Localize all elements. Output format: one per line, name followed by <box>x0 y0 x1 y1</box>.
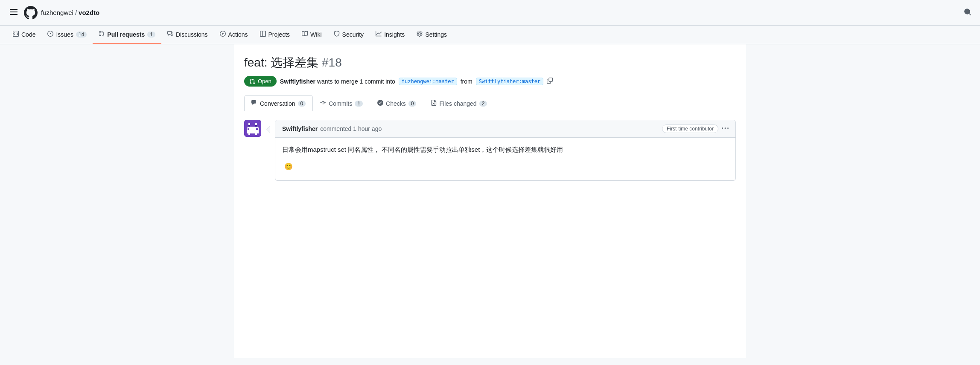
topbar: fuzhengwei / vo2dto <box>0 0 980 26</box>
security-icon <box>334 31 340 38</box>
topbar-right <box>962 6 973 19</box>
pr-tab-commits-count: 1 <box>355 101 363 107</box>
pr-head-branch[interactable]: Swiftlyfisher:master <box>476 78 544 85</box>
nav-tab-wiki[interactable]: Wiki <box>296 26 327 44</box>
emoji-reaction-button[interactable]: 😊 <box>282 160 295 174</box>
projects-icon <box>260 31 266 38</box>
nav-tab-pr-label: Pull requests <box>107 31 145 38</box>
hamburger-menu-icon[interactable] <box>7 5 20 20</box>
comment-arrow <box>266 126 270 133</box>
pr-tab-checks-count: 0 <box>408 101 417 107</box>
nav-tab-settings-label: Settings <box>425 31 447 38</box>
checks-icon <box>377 100 383 107</box>
comment-time: commented 1 hour ago <box>320 125 382 132</box>
pr-tab-files-label: Files changed <box>439 100 476 107</box>
nav-tab-issues-label: Issues <box>56 31 73 38</box>
pr-tab-conversation[interactable]: Conversation 0 <box>244 95 313 111</box>
commenter-name[interactable]: Swiftlyfisher <box>282 125 318 132</box>
files-changed-icon <box>431 100 437 107</box>
nav-tab-actions-label: Actions <box>228 31 248 38</box>
nav-tab-projects-label: Projects <box>268 31 290 38</box>
code-icon <box>13 31 19 38</box>
pr-status-badge: Open <box>244 76 277 87</box>
svg-rect-7 <box>248 128 249 130</box>
pr-tab-checks-label: Checks <box>386 100 406 107</box>
comment-box: Swiftlyfisher commented 1 hour ago First… <box>275 120 736 181</box>
settings-icon <box>417 31 423 38</box>
wiki-icon <box>302 31 308 38</box>
path-separator: / <box>75 9 77 16</box>
nav-tab-actions[interactable]: Actions <box>214 26 254 44</box>
topbar-left: fuzhengwei / vo2dto <box>7 5 99 20</box>
issues-badge: 14 <box>76 32 87 38</box>
pr-title: feat: 选择差集 #18 <box>244 55 736 71</box>
comment-area: Swiftlyfisher commented 1 hour ago First… <box>244 111 736 189</box>
repo-path: fuzhengwei / vo2dto <box>41 9 99 16</box>
pr-tab-files-count: 2 <box>479 101 487 107</box>
pr-status-label: Open <box>258 78 271 84</box>
pr-tab-conversation-label: Conversation <box>260 100 295 107</box>
pr-badge: 1 <box>147 32 155 38</box>
nav-tabs: Code Issues 14 Pull requests 1 Discussio… <box>0 26 980 44</box>
pr-title-text: feat: 选择差集 <box>244 56 318 69</box>
svg-rect-2 <box>255 123 257 125</box>
comment-header-left: Swiftlyfisher commented 1 hour ago <box>282 125 382 132</box>
conversation-icon <box>251 100 257 107</box>
pr-author[interactable]: Swiftlyfisher <box>280 78 315 85</box>
comment-body: 日常会用mapstruct set 同名属性， 不同名的属性需要手动拉出单独se… <box>275 138 735 180</box>
commits-icon <box>320 100 326 107</box>
nav-tab-code[interactable]: Code <box>7 26 41 44</box>
svg-rect-1 <box>248 123 250 125</box>
nav-tab-projects[interactable]: Projects <box>254 26 296 44</box>
repo-name[interactable]: vo2dto <box>79 9 99 16</box>
copy-branch-icon[interactable] <box>547 78 553 85</box>
pr-number: #18 <box>322 56 342 69</box>
nav-tab-insights[interactable]: Insights <box>370 26 411 44</box>
pr-merge-text: wants to merge 1 commit into <box>317 78 395 85</box>
pr-base-branch[interactable]: fuzhengwei:master <box>399 78 457 85</box>
svg-rect-11 <box>255 133 257 135</box>
discussions-icon <box>167 31 173 38</box>
comment-header-right: First-time contributor <box>662 125 729 133</box>
search-icon[interactable] <box>962 6 973 19</box>
first-time-contributor-badge: First-time contributor <box>662 125 718 133</box>
nav-tab-settings[interactable]: Settings <box>411 26 453 44</box>
issues-icon <box>47 31 53 38</box>
svg-rect-5 <box>248 127 258 127</box>
nav-tab-discussions-label: Discussions <box>176 31 208 38</box>
pr-meta: Open Swiftlyfisher wants to merge 1 comm… <box>244 76 736 87</box>
pr-tab-checks[interactable]: Checks 0 <box>370 95 423 111</box>
nav-tab-security-label: Security <box>342 31 364 38</box>
commenter-avatar <box>244 120 261 137</box>
pr-tab-commits-label: Commits <box>329 100 352 107</box>
svg-rect-9 <box>247 132 259 133</box>
main-content: feat: 选择差集 #18 Open Swiftlyfisher wants … <box>234 44 746 358</box>
insights-icon <box>376 31 382 38</box>
pr-tab-commits[interactable]: Commits 1 <box>313 95 370 111</box>
pr-tab-files-changed[interactable]: Files changed 2 <box>423 95 494 111</box>
svg-rect-3 <box>248 125 250 127</box>
pr-tabs: Conversation 0 Commits 1 Checks 0 Files … <box>244 95 736 111</box>
comment-header: Swiftlyfisher commented 1 hour ago First… <box>275 120 735 138</box>
svg-rect-10 <box>248 133 250 135</box>
actions-icon <box>220 31 226 38</box>
repo-owner[interactable]: fuzhengwei <box>41 9 73 16</box>
more-options-icon[interactable] <box>722 125 729 133</box>
github-logo[interactable] <box>24 6 38 20</box>
pr-meta-text: Swiftlyfisher wants to merge 1 commit in… <box>280 78 395 85</box>
nav-tab-security[interactable]: Security <box>328 26 370 44</box>
nav-tab-discussions[interactable]: Discussions <box>161 26 214 44</box>
comment-text: 日常会用mapstruct set 同名属性， 不同名的属性需要手动拉出单独se… <box>282 145 729 155</box>
svg-rect-4 <box>255 125 257 127</box>
svg-rect-8 <box>256 128 258 130</box>
pr-tab-conversation-count: 0 <box>298 101 306 107</box>
nav-tab-wiki-label: Wiki <box>310 31 321 38</box>
pull-requests-icon <box>99 31 105 38</box>
nav-tab-code-label: Code <box>21 31 35 38</box>
nav-tab-insights-label: Insights <box>384 31 405 38</box>
pr-from-text: from <box>461 78 472 85</box>
nav-tab-pull-requests[interactable]: Pull requests 1 <box>93 26 161 44</box>
nav-tab-issues[interactable]: Issues 14 <box>41 26 93 44</box>
